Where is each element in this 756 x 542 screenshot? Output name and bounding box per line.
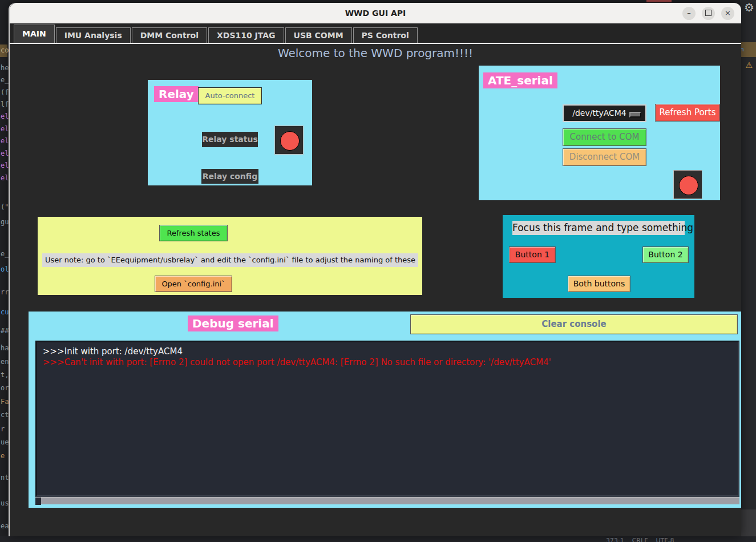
- tab-usb-comm[interactable]: USB COMM: [285, 27, 352, 43]
- titlebar[interactable]: WWD GUI API – ×: [10, 3, 741, 23]
- tab-main[interactable]: MAIN: [14, 25, 55, 43]
- dropdown-indicator-icon: [629, 112, 641, 118]
- code-fragment: r: [1, 425, 5, 433]
- relay-frame-title: Relay: [154, 86, 199, 102]
- port-dropdown-value: /dev/ttyACM4: [572, 106, 626, 121]
- maximize-icon: [705, 10, 711, 16]
- red-dot-icon: [679, 176, 698, 195]
- code-fragment: el: [1, 174, 9, 182]
- welcome-heading: Welcome to the WWD program!!!!: [10, 46, 741, 60]
- code-fragment: or: [1, 384, 9, 392]
- code-fragment: t,: [1, 371, 9, 379]
- code-fragment: us: [1, 499, 9, 507]
- tab-dmm-control[interactable]: DMM Control: [132, 27, 207, 43]
- background-panel-edge: [740, 509, 756, 536]
- background-status-bar: 373:1 CRLF UTF-8: [0, 536, 756, 542]
- code-fragment: nt: [1, 474, 9, 482]
- code-fragment: (": [1, 203, 9, 211]
- background-editor-left-strip: cohee_(flfelelelelelel("gue_olrrcu##hare…: [0, 0, 9, 542]
- status-bar-text: 373:1 CRLF UTF-8: [606, 537, 674, 542]
- minimize-button[interactable]: –: [682, 7, 696, 20]
- user-note-label: User note: go to `EEequipment/usbrelay` …: [42, 253, 418, 267]
- code-fragment: e_: [1, 76, 9, 84]
- background-artifact: [646, 0, 672, 2]
- relay-status-label: Relay status: [202, 132, 258, 147]
- scrollbar-notch: [35, 497, 41, 505]
- app-window: WWD GUI API – × MAINIMU AnalysisDMM Cont…: [9, 3, 741, 536]
- button-2[interactable]: Button 2: [642, 246, 689, 263]
- code-fragment: ea: [1, 522, 9, 530]
- gear-icon[interactable]: ⚙: [744, 1, 754, 14]
- both-buttons-button[interactable]: Both buttons: [568, 276, 630, 292]
- code-fragment: (f: [1, 88, 9, 96]
- code-fragment: el: [1, 149, 9, 157]
- refresh-states-button[interactable]: Refresh states: [159, 225, 228, 241]
- code-fragment: lf: [1, 100, 9, 108]
- code-fragment: el: [1, 125, 9, 133]
- button-1[interactable]: Button 1: [509, 246, 556, 263]
- console-line: >>>Init with port: /dev/ttyACM4: [43, 346, 738, 357]
- tab-ps-control[interactable]: PS Control: [353, 27, 418, 43]
- tab-underline: [10, 43, 741, 44]
- code-fragment: co: [1, 46, 9, 54]
- code-fragment: ue: [1, 438, 9, 446]
- tab-xds110-jtag[interactable]: XDS110 JTAG: [208, 27, 284, 43]
- relay-status-indicator: [274, 126, 304, 155]
- code-fragment: e: [1, 452, 5, 460]
- background-selection: n inte: [740, 42, 756, 57]
- code-fragment: cu: [1, 308, 9, 316]
- connect-com-button[interactable]: Connect to COM: [563, 128, 646, 146]
- code-fragment: he: [1, 64, 9, 72]
- debug-serial-frame: Debug serial Clear console >>>Init with …: [29, 312, 741, 508]
- tab-bar: MAINIMU AnalysisDMM ControlXDS110 JTAGUS…: [10, 23, 741, 43]
- code-fragment: rr: [1, 288, 9, 296]
- relay-config-label: Relay config: [201, 169, 258, 184]
- warning-icon: ⚠: [745, 60, 753, 70]
- code-fragment: en: [1, 358, 9, 366]
- relay-frame: Relay Auto-connect Relay status Relay co…: [148, 80, 312, 185]
- code-fragment: Fa: [1, 398, 9, 406]
- focus-frame-title: Focus this frame and type something: [512, 221, 685, 235]
- code-fragment: ol: [1, 265, 9, 273]
- red-dot-icon: [280, 131, 300, 151]
- code-fragment: el: [1, 112, 9, 120]
- clear-console-button[interactable]: Clear console: [410, 314, 738, 334]
- code-fragment: ct: [1, 411, 9, 419]
- console-line: >>>Can't init with port: [Errno 2] could…: [43, 357, 738, 368]
- code-fragment: har: [1, 344, 9, 352]
- open-config-button[interactable]: Open `config.ini`: [155, 276, 232, 292]
- debug-console[interactable]: >>>Init with port: /dev/ttyACM4>>>Can't …: [35, 341, 739, 497]
- port-dropdown[interactable]: /dev/ttyACM4: [563, 104, 646, 122]
- code-fragment: el: [1, 161, 9, 169]
- focus-frame[interactable]: Focus this frame and type something Butt…: [503, 215, 694, 298]
- notes-frame: Refresh states User note: go to `EEequip…: [38, 217, 422, 295]
- close-button[interactable]: ×: [721, 7, 734, 20]
- code-fragment: gu: [1, 218, 9, 226]
- console-horizontal-scrollbar[interactable]: [35, 497, 739, 504]
- refresh-ports-button[interactable]: Refresh Ports: [655, 104, 720, 122]
- code-fragment: el: [1, 137, 9, 145]
- ate-serial-frame-title: ATE_serial: [483, 72, 557, 88]
- code-fragment: e_: [1, 250, 9, 258]
- auto-connect-button[interactable]: Auto-connect: [198, 87, 262, 104]
- debug-serial-title: Debug serial: [188, 316, 278, 331]
- window-title: WWD GUI API: [10, 3, 741, 23]
- tab-imu-analysis[interactable]: IMU Analysis: [56, 27, 131, 43]
- ate-serial-frame: ATE_serial /dev/ttyACM4 Refresh Ports Co…: [479, 66, 720, 200]
- maximize-button[interactable]: [702, 7, 715, 20]
- disconnect-com-button[interactable]: Disconnect COM: [563, 148, 646, 166]
- code-fragment: ##: [1, 327, 9, 335]
- background-editor-right-strip: ⚙ n inte ⚠: [740, 0, 756, 542]
- ate-serial-status-indicator: [673, 170, 702, 199]
